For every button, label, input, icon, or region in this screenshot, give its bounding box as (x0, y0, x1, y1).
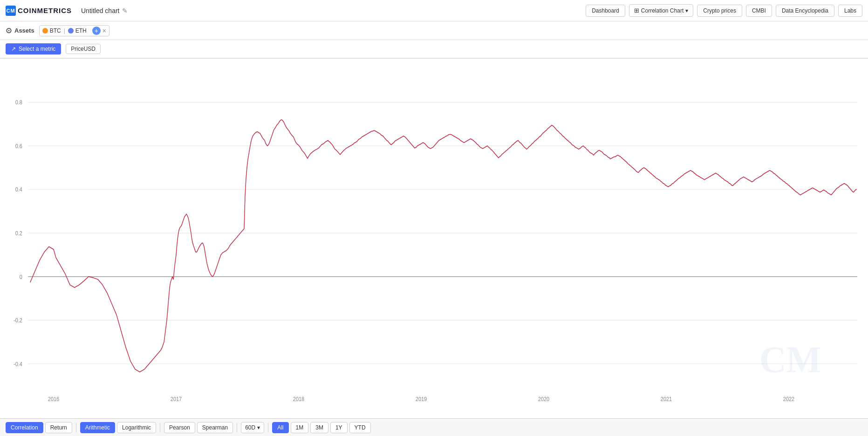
logo: CM COINMETRICS (6, 6, 72, 16)
divider-4 (268, 423, 268, 432)
chart-title-area: Untitled chart ✎ (81, 7, 128, 14)
chart-container: 0.8 0.6 0.4 0.2 0 -0.2 -0.4 2016 2017 20… (0, 59, 868, 418)
metric-tag[interactable]: PriceUSD (66, 44, 101, 54)
svg-text:0.8: 0.8 (15, 99, 23, 106)
range-3m-button[interactable]: 3M (310, 422, 328, 433)
divider-2 (160, 423, 160, 432)
metric-bar: ↗ Select a metric PriceUSD (0, 40, 868, 59)
close-asset-button[interactable]: × (103, 27, 106, 34)
chart-svg: 0.8 0.6 0.4 0.2 0 -0.2 -0.4 2016 2017 20… (0, 59, 868, 418)
assets-bar: ⊙ Assets BTC | ETH + × (0, 21, 868, 40)
assets-label: ⊙ Assets (6, 26, 34, 35)
arithmetic-button[interactable]: Arithmetic (80, 422, 115, 433)
svg-text:2019: 2019 (416, 395, 427, 402)
eth-label: ETH (75, 27, 87, 34)
crypto-prices-button[interactable]: Crypto prices (697, 5, 742, 17)
logo-text: COINMETRICS (18, 7, 72, 14)
svg-text:2022: 2022 (783, 395, 795, 402)
chevron-down-icon: ▾ (685, 7, 688, 14)
logo-icon: CM (6, 6, 16, 16)
dashboard-button[interactable]: Dashboard (586, 5, 625, 17)
add-asset-button[interactable]: + (92, 27, 101, 35)
period-chevron: ▾ (257, 424, 260, 431)
edit-icon[interactable]: ✎ (122, 7, 128, 14)
svg-text:0.6: 0.6 (15, 143, 23, 150)
svg-text:2016: 2016 (48, 395, 60, 402)
svg-text:0.4: 0.4 (15, 186, 23, 193)
header-right: Dashboard ⊞ Correlation Chart ▾ Crypto p… (586, 4, 862, 17)
svg-text:-0.4: -0.4 (14, 361, 22, 368)
range-all-button[interactable]: All (272, 422, 288, 433)
range-1y-button[interactable]: 1Y (330, 422, 348, 433)
svg-text:2021: 2021 (661, 395, 672, 402)
cmbi-button[interactable]: CMBI (746, 5, 772, 17)
trend-icon: ↗ (11, 46, 16, 52)
correlation-chart-label: Correlation Chart (641, 7, 683, 14)
header: CM COINMETRICS Untitled chart ✎ Dashboar… (0, 0, 868, 21)
chart-title: Untitled chart (81, 7, 119, 14)
correlation-chart-icon: ⊞ (634, 7, 639, 14)
period-dropdown[interactable]: 60D ▾ (241, 422, 264, 433)
period-label: 60D (245, 424, 255, 431)
svg-text:2020: 2020 (538, 395, 550, 402)
svg-text:2017: 2017 (171, 395, 182, 402)
divider-3 (237, 423, 237, 432)
btc-label: BTC (50, 27, 61, 34)
spearman-button[interactable]: Spearman (197, 422, 233, 433)
labs-button[interactable]: Labs (838, 5, 862, 17)
assets-text: Assets (14, 27, 34, 34)
pearson-button[interactable]: Pearson (164, 422, 195, 433)
eth-icon (68, 28, 74, 34)
footer: Correlation Return Arithmetic Logarithmi… (0, 418, 868, 436)
btc-icon (42, 28, 48, 34)
range-ytd-button[interactable]: YTD (349, 422, 371, 433)
logarithmic-button[interactable]: Logarithmic (117, 422, 156, 433)
layers-icon: ⊙ (6, 26, 12, 35)
select-metric-label: Select a metric (19, 46, 55, 52)
svg-text:-0.2: -0.2 (14, 317, 22, 324)
return-button[interactable]: Return (45, 422, 72, 433)
correlation-button[interactable]: Correlation (6, 422, 43, 433)
svg-text:0: 0 (20, 273, 22, 280)
svg-text:2018: 2018 (293, 395, 305, 402)
data-encyclopedia-button[interactable]: Data Encyclopedia (776, 5, 834, 17)
svg-text:0.2: 0.2 (15, 230, 23, 237)
asset-tag[interactable]: BTC | ETH + × (39, 25, 109, 36)
select-metric-button[interactable]: ↗ Select a metric (6, 43, 61, 54)
divider-1 (76, 423, 76, 432)
correlation-chart-button[interactable]: ⊞ Correlation Chart ▾ (629, 4, 693, 17)
separator: | (64, 27, 65, 34)
range-1m-button[interactable]: 1M (291, 422, 309, 433)
